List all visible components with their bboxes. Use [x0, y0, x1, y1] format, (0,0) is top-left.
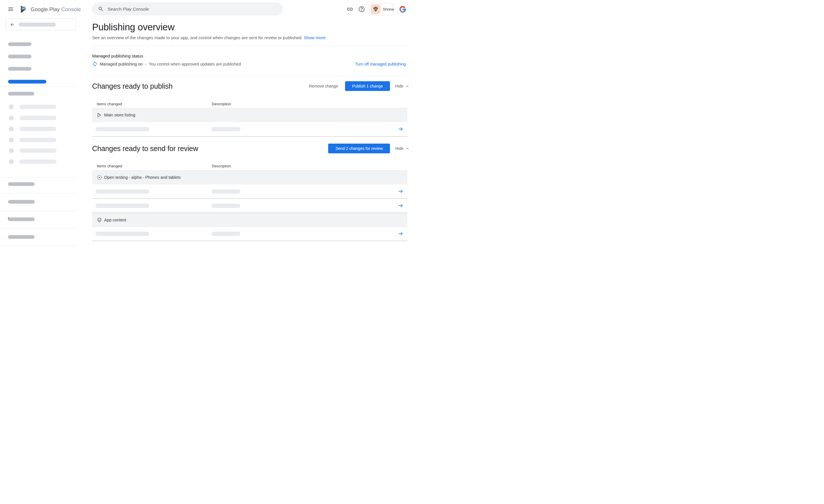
sidebar-icon-placeholder — [9, 116, 14, 120]
sidebar-item-placeholder — [8, 217, 35, 221]
section-divider — [92, 136, 407, 137]
sidebar-icon-placeholder — [9, 148, 14, 153]
section-divider — [92, 240, 407, 241]
sidebar-icon-placeholder — [9, 137, 14, 142]
hide-publish-section-button[interactable]: Hide — [395, 84, 409, 88]
sidebar-item-placeholder — [19, 148, 57, 153]
managed-publishing-description: You control when approved updates are pu… — [149, 62, 241, 66]
app-name: Shrine — [383, 7, 394, 11]
review-section-title: Changes ready to send for review — [92, 144, 198, 153]
gem-diamond-icon — [373, 6, 379, 12]
sidebar-divider — [0, 246, 77, 246]
column-items-changed: Items changed — [97, 102, 122, 106]
column-description: Description — [212, 164, 231, 168]
column-items-changed: Items changed — [97, 164, 122, 168]
sidebar-item-placeholder — [19, 127, 57, 131]
group-row-main-store-listing[interactable]: Main store listing — [92, 108, 407, 122]
sidebar-section-placeholder — [8, 92, 34, 96]
item-skeleton — [96, 189, 149, 194]
description-skeleton — [211, 232, 240, 236]
sidebar-item-placeholder — [8, 200, 35, 204]
item-skeleton — [96, 204, 149, 208]
page-subtitle: See an overview of the changes made to y… — [92, 35, 326, 40]
sidebar-item-placeholder — [19, 138, 57, 142]
dot-separator — [145, 64, 146, 65]
sync-arrows-icon — [92, 61, 98, 67]
publish-table-header: Items changed Description — [92, 102, 407, 107]
sidebar-item-placeholder — [8, 235, 35, 239]
app-thumbnail — [371, 4, 381, 14]
publish-section-header: Changes ready to publish Remove change P… — [92, 80, 407, 92]
sidebar-skeleton — [19, 23, 56, 27]
sidebar-icon-placeholder — [9, 104, 14, 109]
search-bar[interactable] — [92, 2, 283, 15]
divider — [92, 45, 407, 45]
chain-link-icon[interactable] — [346, 6, 353, 13]
change-row-skeleton — [92, 122, 407, 136]
send-changes-for-review-button[interactable]: Send 2 changes for review — [328, 143, 390, 153]
arrow-right-icon[interactable] — [398, 203, 403, 208]
turn-off-managed-publishing-link[interactable]: Turn off managed publishing — [355, 62, 406, 66]
sidebar-divider — [0, 193, 77, 193]
group-row-label: Main store listing — [104, 113, 135, 117]
chevron-up-icon — [405, 84, 409, 88]
account-avatar[interactable] — [396, 3, 409, 16]
sidebar-icon-placeholder — [9, 126, 14, 131]
sidebar-item-placeholder — [8, 67, 31, 71]
chevron-up-icon — [405, 147, 409, 150]
description-skeleton — [211, 189, 240, 194]
search-input[interactable] — [107, 2, 277, 16]
change-row-skeleton — [92, 199, 407, 213]
item-skeleton — [96, 127, 149, 131]
page-title: Publishing overview — [92, 22, 175, 33]
description-skeleton — [211, 204, 240, 208]
arrow-right-icon[interactable] — [398, 189, 403, 194]
managed-publishing-status: Managed publishing on — [100, 62, 143, 66]
back-navigation-card[interactable] — [6, 18, 76, 30]
hide-review-section-button[interactable]: Hide — [395, 146, 409, 151]
sidebar-divider — [0, 211, 77, 211]
play-console-logo-icon[interactable] — [19, 5, 28, 14]
arrow-left-icon — [10, 22, 15, 27]
sidebar-item-placeholder — [19, 105, 57, 109]
sidebar-item-placeholder — [8, 42, 31, 46]
shield-check-icon — [97, 217, 102, 223]
publish-change-button[interactable]: Publish 1 change — [345, 81, 390, 91]
arrow-right-icon[interactable] — [398, 126, 403, 132]
sidebar-item-placeholder — [8, 182, 35, 186]
sidebar-item-placeholder — [19, 116, 57, 120]
sidebar-item-placeholder — [8, 55, 31, 58]
app-switcher-chip[interactable]: Shrine — [370, 3, 394, 15]
item-skeleton — [96, 232, 149, 236]
sidebar-item-active[interactable] — [8, 80, 46, 84]
sidebar-divider — [0, 86, 77, 87]
sidebar-icon-placeholder — [9, 159, 14, 164]
play-outline-icon — [97, 112, 102, 118]
change-row-skeleton — [92, 227, 407, 241]
search-icon — [98, 6, 104, 12]
column-description: Description — [212, 102, 231, 106]
group-row-open-testing[interactable]: Open testing - alpha - Phones and tablet… — [92, 171, 407, 185]
description-skeleton — [211, 127, 240, 131]
sidebar-item-placeholder — [19, 160, 57, 164]
group-row-label: App content — [104, 218, 126, 222]
logo-wordmark: Google Play Console — [31, 6, 81, 13]
publish-section-title: Changes ready to publish — [92, 82, 173, 90]
sidebar-divider — [0, 177, 77, 178]
change-row-skeleton — [92, 185, 407, 199]
help-icon[interactable] — [358, 6, 365, 13]
show-more-link[interactable]: Show more — [304, 35, 326, 40]
dashed-circle-play-icon — [97, 175, 102, 180]
menu-icon[interactable] — [8, 7, 13, 11]
google-g-icon — [399, 6, 406, 13]
review-section-header: Changes ready to send for review Send 2 … — [92, 143, 407, 154]
group-row-label: Open testing - alpha - Phones and tablet… — [104, 175, 181, 180]
arrow-right-icon[interactable] — [398, 231, 403, 236]
managed-publishing-status-row: Managed publishing on You control when a… — [92, 61, 407, 67]
review-table-header: Items changed Description — [92, 164, 407, 169]
managed-publishing-heading: Managed publishing status — [92, 54, 143, 58]
remove-change-button[interactable]: Remove change — [309, 84, 338, 88]
group-row-app-content[interactable]: App content — [92, 213, 407, 227]
